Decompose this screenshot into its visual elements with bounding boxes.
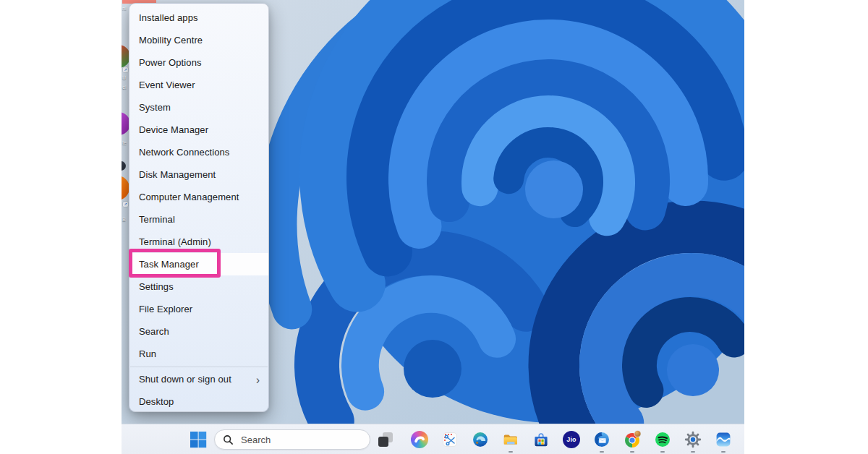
menu-item-label: File Explorer — [139, 304, 192, 314]
windows-logo-icon — [190, 431, 207, 448]
menu-item-file-explorer[interactable]: File Explorer — [129, 298, 268, 320]
menu-item-system[interactable]: System — [129, 96, 268, 119]
menu-item-search[interactable]: Search — [129, 320, 268, 343]
menu-item-label: Disk Management — [139, 169, 216, 180]
menu-item-label: Settings — [139, 281, 174, 292]
taskbar-icon-task-view[interactable] — [370, 424, 401, 454]
start-button[interactable] — [190, 431, 207, 448]
menu-item-terminal-admin[interactable]: Terminal (Admin) — [129, 231, 268, 253]
spotify-icon — [654, 431, 671, 448]
taskbar-icon-file-explorer[interactable] — [495, 424, 526, 454]
menu-item-label: Terminal — [139, 214, 175, 225]
profile-avatar — [634, 430, 641, 437]
menu-item-terminal[interactable]: Terminal — [129, 208, 268, 231]
thunderbird-icon — [593, 431, 610, 448]
search-icon — [223, 434, 234, 445]
menu-item-label: Search — [139, 326, 169, 337]
menu-item-network-connections[interactable]: Network Connections — [129, 141, 268, 163]
taskbar-search[interactable] — [214, 429, 370, 450]
menu-item-installed-apps[interactable]: Installed apps — [129, 7, 268, 29]
taskbar-icon-task-manager[interactable] — [708, 424, 739, 454]
menu-item-label: Installed apps — [139, 12, 198, 23]
menu-item-mobility-centre[interactable]: Mobility Centre — [129, 29, 268, 51]
menu-item-computer-management[interactable]: Computer Management — [129, 186, 268, 208]
menu-item-label: Computer Management — [139, 192, 239, 202]
file-explorer-icon — [502, 431, 519, 448]
taskbar-icon-edge[interactable] — [465, 424, 495, 454]
menu-item-label: Desktop — [139, 396, 174, 407]
cropped-desktop-icon-label: ni — [122, 6, 126, 11]
menu-item-device-manager[interactable]: Device Manager — [129, 119, 268, 141]
menu-item-label: Mobility Centre — [139, 35, 203, 46]
taskbar-icon-snipping-tool[interactable] — [435, 424, 465, 454]
settings-gear-icon — [684, 431, 702, 448]
taskbar-icon-chrome[interactable] — [617, 424, 647, 454]
taskbar-icon-copilot[interactable] — [404, 424, 435, 454]
menu-item-label: Power Options — [139, 57, 202, 68]
menu-item-run[interactable]: Run — [129, 343, 268, 365]
menu-item-label: Terminal (Admin) — [139, 236, 211, 247]
shortcut-arrow-badge: ↗ — [123, 202, 128, 207]
menu-item-power-options[interactable]: Power Options — [129, 51, 268, 74]
menu-item-settings[interactable]: Settings — [129, 275, 268, 298]
task-view-icon — [378, 432, 393, 447]
cropped-desktop-icon-label: te — [122, 140, 127, 145]
menu-item-disk-management[interactable]: Disk Management — [129, 163, 268, 186]
taskbar-icon-settings[interactable] — [678, 424, 708, 454]
edge-icon — [472, 431, 489, 448]
menu-item-desktop[interactable]: Desktop — [129, 390, 268, 413]
menu-item-label: Network Connections — [139, 147, 229, 158]
taskbar-icon-spotify[interactable] — [647, 424, 678, 454]
menu-item-event-viewer[interactable]: Event Viewer — [129, 74, 268, 96]
running-indicator — [509, 451, 513, 453]
search-input[interactable] — [239, 434, 358, 446]
taskbar-icon-microsoft-store[interactable] — [526, 424, 556, 454]
running-indicator — [691, 451, 695, 453]
desktop-screenshot: ni↗Ueite↗B Installed appsMobility Centre… — [122, 0, 744, 454]
running-indicator — [600, 451, 604, 453]
running-indicator — [721, 451, 726, 453]
taskbar-icons: Jio — [370, 424, 739, 454]
cropped-desktop-icon-label: U — [122, 75, 126, 80]
cropped-desktop-icon-label: B — [122, 217, 126, 222]
running-indicator — [630, 451, 634, 453]
menu-item-label: Device Manager — [139, 124, 208, 135]
task-manager-icon — [715, 431, 732, 448]
microsoft-store-icon — [532, 431, 550, 448]
menu-item-shut-down-or-sign-out[interactable]: Shut down or sign out› — [129, 368, 268, 390]
chrome-icon — [623, 430, 642, 449]
chevron-right-icon: › — [256, 373, 260, 385]
menu-item-task-manager[interactable]: Task Manager — [129, 253, 268, 275]
taskbar: Jio — [122, 424, 744, 454]
menu-item-label: Task Manager — [139, 259, 199, 270]
running-indicator — [660, 451, 665, 453]
menu-item-label: Shut down or sign out — [139, 374, 231, 385]
cropped-desktop-icon-label: ei — [122, 85, 126, 90]
copilot-icon — [411, 431, 428, 448]
taskbar-icon-thunderbird[interactable] — [587, 424, 617, 454]
menu-item-label: System — [139, 102, 171, 113]
winx-menu: Installed appsMobility CentrePower Optio… — [129, 3, 269, 412]
snipping-tool-icon — [441, 431, 459, 448]
taskbar-icon-jio[interactable]: Jio — [556, 424, 587, 454]
jio-icon: Jio — [563, 431, 580, 448]
cropped-desktop-icon — [122, 161, 126, 171]
menu-separator — [130, 367, 268, 367]
menu-item-label: Event Viewer — [139, 80, 195, 90]
menu-item-label: Run — [139, 348, 156, 359]
shortcut-arrow-badge: ↗ — [123, 67, 128, 72]
